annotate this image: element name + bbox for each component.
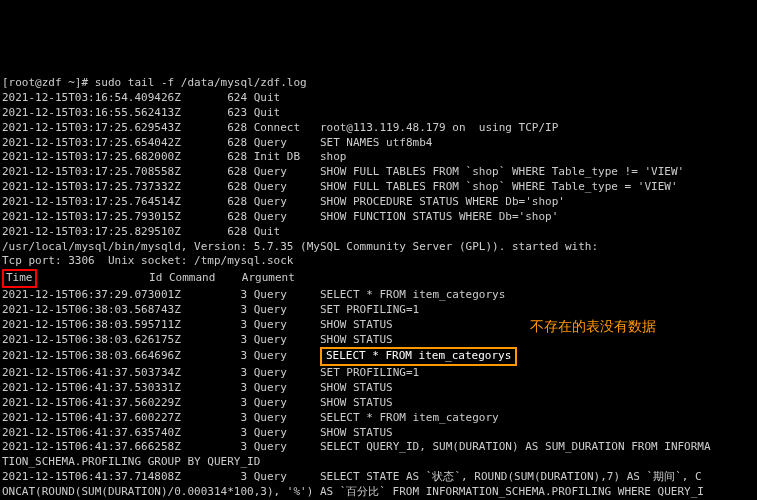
log-line: 2021-12-15T03:17:25.764514Z 628 Query SH… bbox=[2, 195, 565, 208]
log-line: 2021-12-15T03:17:25.829510Z 628 Quit bbox=[2, 225, 280, 238]
query-line: 2021-12-15T06:38:03.595711Z 3 Query SHOW… bbox=[2, 318, 393, 331]
log-line: 2021-12-15T03:17:25.629543Z 628 Connect … bbox=[2, 121, 558, 134]
mysqld-info: /usr/local/mysql/bin/mysqld, Version: 5.… bbox=[2, 240, 598, 253]
log-line: 2021-12-15T03:17:25.682000Z 628 Init DB … bbox=[2, 150, 346, 163]
terminal-window[interactable]: [root@zdf ~]# sudo tail -f /data/mysql/z… bbox=[0, 59, 757, 500]
log-line: 2021-12-15T03:17:25.708558Z 628 Query SH… bbox=[2, 165, 684, 178]
log-line: 2021-12-15T03:16:55.562413Z 623 Quit bbox=[2, 106, 280, 119]
long-query: 2021-12-15T06:41:37.666258Z 3 Query SELE… bbox=[2, 440, 711, 468]
tcp-info: Tcp port: 3306 Unix socket: /tmp/mysql.s… bbox=[2, 254, 293, 267]
query-line: 2021-12-15T06:37:29.073001Z 3 Query SELE… bbox=[2, 288, 505, 301]
query-line: 2021-12-15T06:41:37.503734Z 3 Query SET … bbox=[2, 366, 419, 379]
annotation-orange: 不存在的表没有数据 bbox=[530, 317, 656, 336]
query-line: 2021-12-15T06:38:03.568743Z 3 Query SET … bbox=[2, 303, 419, 316]
query-line: 2021-12-15T06:38:03.626175Z 3 Query SHOW… bbox=[2, 333, 393, 346]
log-line: 2021-12-15T03:17:25.793015Z 628 Query SH… bbox=[2, 210, 558, 223]
log-line: 2021-12-15T03:16:54.409426Z 624 Quit bbox=[2, 91, 280, 104]
query-prefix: 2021-12-15T06:38:03.664696Z 3 Query bbox=[2, 349, 320, 362]
shell-prompt: [root@zdf ~]# sudo tail -f /data/mysql/z… bbox=[2, 76, 307, 89]
query-highlighted-orange: SELECT * FROM item_categorys bbox=[320, 347, 517, 366]
query-line: 2021-12-15T06:41:37.560229Z 3 Query SHOW… bbox=[2, 396, 393, 409]
log-line: 2021-12-15T03:17:25.654042Z 628 Query SE… bbox=[2, 136, 432, 149]
log-line: 2021-12-15T03:17:25.737332Z 628 Query SH… bbox=[2, 180, 678, 193]
header-rest: Id Command Argument bbox=[37, 271, 295, 284]
long-query-2: 2021-12-15T06:41:37.714808Z 3 Query SELE… bbox=[2, 470, 704, 500]
header-line: Time Id Command Argument bbox=[2, 271, 295, 284]
query-line: 2021-12-15T06:41:37.600227Z 3 Query SELE… bbox=[2, 411, 499, 424]
time-header-highlighted: Time bbox=[2, 269, 37, 288]
query-line: 2021-12-15T06:41:37.635740Z 3 Query SHOW… bbox=[2, 426, 393, 439]
query-line: 2021-12-15T06:41:37.530331Z 3 Query SHOW… bbox=[2, 381, 393, 394]
highlighted-query-line: 2021-12-15T06:38:03.664696Z 3 Query SELE… bbox=[2, 349, 517, 362]
